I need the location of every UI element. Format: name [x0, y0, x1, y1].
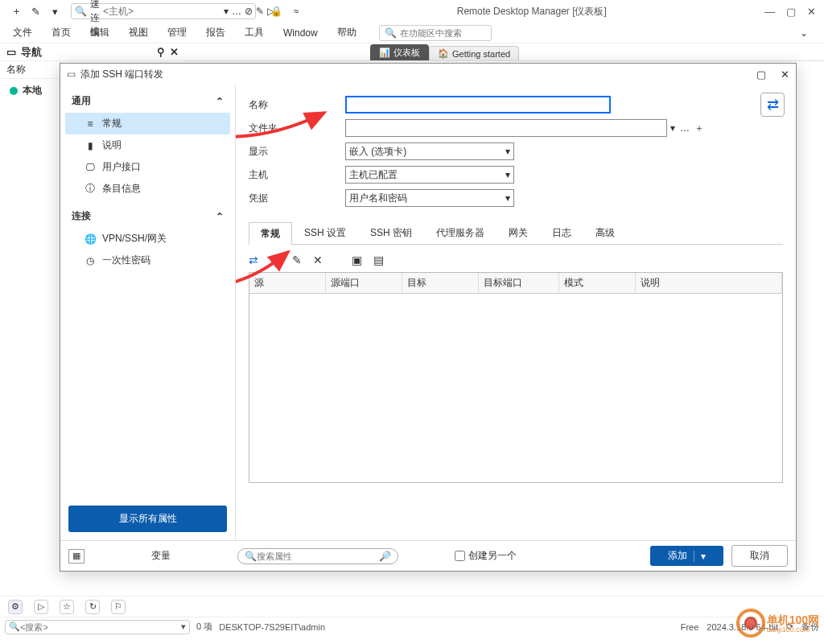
side-item-vpn[interactable]: 🌐VPN/SSH/网关 [65, 228, 230, 250]
name-input[interactable] [345, 96, 611, 114]
globe-icon: 🌐 [84, 233, 96, 245]
menu-view[interactable]: 视图 [129, 26, 148, 39]
new-icon[interactable]: ＋ [10, 5, 23, 18]
status-search[interactable]: 🔍▾ [5, 620, 190, 634]
menu-report[interactable]: 报告 [206, 26, 225, 39]
copy-icon[interactable]: ▣ [352, 254, 362, 266]
display-select[interactable]: 嵌入 (选项卡)▾ [345, 142, 514, 160]
tab-gateway[interactable]: 网关 [496, 221, 540, 244]
side-item-otp[interactable]: ◷一次性密码 [65, 250, 230, 271]
quick-connect-input[interactable] [103, 6, 224, 17]
quick-connect[interactable]: 🔍 快速连接 ▾ … ⊘ ✎ ▷ [71, 3, 256, 19]
show-all-properties-button[interactable]: 显示所有属性 [68, 506, 227, 532]
edit-icon[interactable]: ✎ [292, 254, 302, 266]
variables-button[interactable]: 变量 [93, 549, 229, 563]
host-select[interactable]: 主机已配置▾ [345, 166, 514, 184]
play-icon[interactable]: ▷ [34, 600, 48, 614]
folder-add-icon[interactable]: ＋ [694, 122, 704, 135]
ribbon-search[interactable]: 🔍 [379, 25, 492, 41]
approx-icon[interactable]: ≈ [294, 6, 299, 17]
col-description[interactable]: 说明 [636, 273, 782, 293]
forward-toolbar: ⇄ ＋ ✎ ✕ ▣ ▤ [249, 253, 783, 267]
side-item-entry-info[interactable]: ⓘ条目信息 [65, 178, 230, 200]
maximize-button[interactable]: ▢ [786, 6, 796, 18]
menu-edit[interactable]: 编辑 [90, 26, 109, 39]
col-target-port[interactable]: 目标端口 [479, 273, 559, 293]
gear-icon[interactable]: ⚙ [8, 600, 23, 614]
menu-help[interactable]: 帮助 [337, 26, 356, 39]
menu-tools[interactable]: 工具 [245, 26, 264, 39]
monitor-icon: 🖵 [84, 162, 96, 173]
chevron-down-icon[interactable]: ▾ [224, 6, 229, 17]
label-display: 显示 [249, 145, 345, 159]
history-icon[interactable]: ↻ [85, 600, 100, 614]
menu-window[interactable]: Window [283, 27, 318, 39]
add-ssh-port-forward-dialog: ▭ 添加 SSH 端口转发 ▢ ✕ 通用⌃ ≡常规 ▮说明 🖵用户接口 ⓘ条目信… [60, 63, 797, 572]
menu-file[interactable]: 文件 [13, 26, 32, 39]
side-item-description[interactable]: ▮说明 [65, 134, 230, 156]
tab-general[interactable]: 常规 [249, 222, 292, 245]
menu-manage[interactable]: 管理 [167, 26, 187, 39]
nav-icon: ▭ [6, 46, 16, 58]
tab-ssh-settings[interactable]: SSH 设置 [292, 221, 358, 244]
delete-icon[interactable]: ✕ [313, 254, 323, 266]
usb-icon[interactable]: ⇄ [249, 254, 258, 266]
tab-getting-started[interactable]: 🏠 Getting started [429, 46, 519, 60]
star-icon[interactable]: ☆ [60, 600, 74, 614]
tab-dashboard[interactable]: 📊 仪表板 [370, 44, 429, 60]
dialog-main: ⇄ 名称 文件夹 ▾ … ＋ 显示 嵌入 (选项卡)▾ 主机 主机已配置▾ 凭 [236, 85, 796, 540]
col-source[interactable]: 源 [249, 273, 326, 293]
label-credentials: 凭据 [249, 192, 345, 205]
status-item-count: 0 项 [196, 621, 212, 633]
clock-icon: ◷ [84, 255, 96, 266]
dialog-icon: ▭ [67, 68, 76, 80]
side-group-connection[interactable]: 连接⌃ [60, 204, 235, 228]
credentials-select[interactable]: 用户名和密码▾ [345, 189, 514, 207]
folder-input[interactable] [345, 119, 667, 137]
ellipsis-icon[interactable]: … [232, 6, 241, 17]
side-item-general[interactable]: ≡常规 [65, 113, 230, 134]
side-group-general[interactable]: 通用⌃ [60, 89, 235, 113]
property-search[interactable]: 🔍🔎 [237, 548, 398, 564]
filter-icon[interactable]: ⚲ [157, 46, 165, 58]
globe-icon[interactable]: ⊘ [245, 6, 253, 17]
grid-view-icon[interactable]: ▦ [68, 549, 84, 564]
dialog-maximize-button[interactable]: ▢ [756, 68, 766, 80]
close-nav-icon[interactable]: ✕ [170, 46, 179, 58]
session-type-icon[interactable]: ⇄ [760, 93, 785, 117]
nav-header: ▭ 导航 ⚲ ✕ [0, 43, 185, 61]
lock-icon[interactable]: 🔒 [270, 6, 282, 17]
paste-icon[interactable]: ▤ [373, 254, 384, 266]
tag-icon[interactable]: ⚐ [111, 600, 126, 614]
dialog-footer: ▦ 变量 🔍🔎 创建另一个 添加▾ 取消 [60, 540, 796, 571]
col-source-port[interactable]: 源端口 [326, 273, 402, 293]
port-forward-grid[interactable]: 源 源端口 目标 目标端口 模式 说明 [249, 272, 783, 483]
dialog-close-button[interactable]: ✕ [781, 68, 789, 80]
tab-log[interactable]: 日志 [540, 221, 583, 244]
menu-home[interactable]: 首页 [52, 26, 71, 39]
create-another-checkbox[interactable]: 创建另一个 [455, 549, 517, 563]
list-icon: ≡ [84, 118, 96, 130]
side-item-ui[interactable]: 🖵用户接口 [65, 156, 230, 178]
menubar: 文件 首页 编辑 视图 管理 报告 工具 Window 帮助 🔍 ⌄ [0, 23, 824, 43]
more-icon[interactable]: ▾ [48, 5, 61, 18]
add-icon[interactable]: ＋ [270, 253, 281, 267]
folder-dropdown-icon[interactable]: ▾ [670, 122, 675, 134]
tab-advanced[interactable]: 高级 [583, 221, 627, 244]
chevron-down-icon: ▾ [505, 192, 510, 204]
close-button[interactable]: ✕ [807, 6, 816, 18]
add-button[interactable]: 添加▾ [650, 546, 723, 566]
collapse-ribbon-icon[interactable]: ⌄ [800, 27, 808, 39]
sub-tabs: 常规 SSH 设置 SSH 密钥 代理服务器 网关 日志 高级 [249, 221, 783, 245]
cancel-button[interactable]: 取消 [731, 545, 788, 567]
folder-browse-icon[interactable]: … [680, 122, 690, 134]
edit-icon[interactable]: ✎ [29, 5, 42, 18]
pen-icon[interactable]: ✎ [256, 6, 264, 17]
minimize-button[interactable]: — [764, 6, 775, 18]
col-mode[interactable]: 模式 [559, 273, 636, 293]
col-target[interactable]: 目标 [402, 273, 479, 293]
titlebar: ＋ ✎ ▾ 🔍 快速连接 ▾ … ⊘ ✎ ▷ 🔒 ≈ Remote Deskto… [0, 0, 824, 23]
tab-ssh-key[interactable]: SSH 密钥 [358, 221, 424, 244]
watermark: 单机100网 danji100.com [736, 609, 819, 638]
tab-proxy[interactable]: 代理服务器 [424, 221, 496, 244]
